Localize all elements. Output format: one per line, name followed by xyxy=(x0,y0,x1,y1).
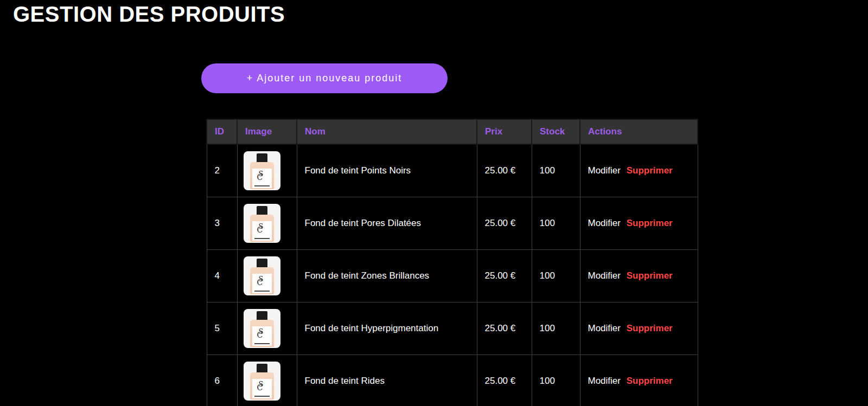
product-actions: Modifier Supprimer xyxy=(580,355,698,406)
column-header-prix: Prix xyxy=(477,119,532,144)
label-micro-text xyxy=(254,185,270,186)
column-header-stock: Stock xyxy=(532,119,580,144)
product-stock: 100 xyxy=(532,144,580,197)
product-stock: 100 xyxy=(532,302,580,355)
label-micro-text xyxy=(254,238,270,239)
bottle-label: S C xyxy=(252,221,272,241)
product-image-cell: S C xyxy=(237,144,297,197)
bottle-cap-icon xyxy=(257,153,267,163)
product-price: 25.00 € xyxy=(477,197,532,250)
product-image-cell: S C xyxy=(237,302,297,355)
bottle-cap-icon xyxy=(257,206,267,215)
products-table: ID Image Nom Prix Stock Actions 2 S C xyxy=(206,119,698,406)
bottle-label: S C xyxy=(252,326,272,346)
product-actions: Modifier Supprimer xyxy=(580,144,698,197)
product-id: 2 xyxy=(207,144,237,197)
product-name: Fond de teint Pores Dilatées xyxy=(297,197,477,250)
product-id: 3 xyxy=(207,197,237,250)
product-name: Fond de teint Points Noirs xyxy=(297,144,477,197)
column-header-nom: Nom xyxy=(297,119,477,144)
product-image: S C xyxy=(244,256,280,295)
product-id: 5 xyxy=(207,302,237,355)
brand-logo: C xyxy=(257,384,263,391)
product-id: 4 xyxy=(207,250,237,302)
bottle-cap-icon xyxy=(257,311,267,320)
label-micro-text xyxy=(254,343,270,344)
delete-link[interactable]: Supprimer xyxy=(627,165,673,176)
edit-link[interactable]: Modifier xyxy=(588,323,621,333)
brand-logo: C xyxy=(257,173,263,181)
bottle-label: S C xyxy=(252,379,272,398)
product-image: S C xyxy=(244,151,280,190)
label-micro-text xyxy=(254,291,270,292)
bottle-cap-icon xyxy=(257,259,267,268)
delete-link[interactable]: Supprimer xyxy=(627,218,673,228)
brand-logo: C xyxy=(257,279,263,286)
delete-link[interactable]: Supprimer xyxy=(627,323,673,333)
product-price: 25.00 € xyxy=(477,355,532,406)
edit-link[interactable]: Modifier xyxy=(588,270,621,281)
label-micro-text xyxy=(254,396,270,397)
table-header-row: ID Image Nom Prix Stock Actions xyxy=(207,119,698,144)
product-stock: 100 xyxy=(532,250,580,302)
product-image-cell: S C xyxy=(237,197,297,250)
column-header-id: ID xyxy=(207,119,237,144)
product-price: 25.00 € xyxy=(477,302,532,355)
product-image: S C xyxy=(244,204,280,243)
product-price: 25.00 € xyxy=(477,250,532,302)
table-row: 2 S C Fond de teint Points Noirs 25.00 €… xyxy=(207,144,698,197)
table-row: 5 S C Fond de teint Hyperpigmentation 25… xyxy=(207,302,698,355)
delete-link[interactable]: Supprimer xyxy=(627,376,673,386)
product-stock: 100 xyxy=(532,197,580,250)
product-name: Fond de teint Hyperpigmentation xyxy=(297,302,477,355)
product-price: 25.00 € xyxy=(477,144,532,197)
table-row: 3 S C Fond de teint Pores Dilatées 25.00… xyxy=(207,197,698,250)
product-actions: Modifier Supprimer xyxy=(580,250,698,302)
edit-link[interactable]: Modifier xyxy=(588,165,621,176)
product-name: Fond de teint Zones Brillances xyxy=(297,250,477,302)
table-row: 6 S C Fond de teint Rides 25.00 € 100 Mo… xyxy=(207,355,698,406)
product-actions: Modifier Supprimer xyxy=(580,197,698,250)
product-actions: Modifier Supprimer xyxy=(580,302,698,355)
product-image-cell: S C xyxy=(237,250,297,302)
edit-link[interactable]: Modifier xyxy=(588,376,621,386)
table-row: 4 S C Fond de teint Zones Brillances 25.… xyxy=(207,250,698,302)
bottle-cap-icon xyxy=(257,364,267,373)
brand-logo: C xyxy=(257,331,263,339)
column-header-image: Image xyxy=(237,119,297,144)
add-product-button[interactable]: + Ajouter un nouveau produit xyxy=(201,63,448,93)
page-title: GESTION DES PRODUITS xyxy=(0,0,868,26)
product-image: S C xyxy=(244,309,280,348)
bottle-label: S C xyxy=(252,169,272,188)
delete-link[interactable]: Supprimer xyxy=(627,270,673,281)
brand-logo: C xyxy=(257,226,263,234)
product-id: 6 xyxy=(207,355,237,406)
edit-link[interactable]: Modifier xyxy=(588,218,621,228)
product-stock: 100 xyxy=(532,355,580,406)
product-image-cell: S C xyxy=(237,355,297,406)
product-image: S C xyxy=(244,362,280,401)
product-name: Fond de teint Rides xyxy=(297,355,477,406)
column-header-actions: Actions xyxy=(580,119,698,144)
bottle-label: S C xyxy=(252,274,272,293)
